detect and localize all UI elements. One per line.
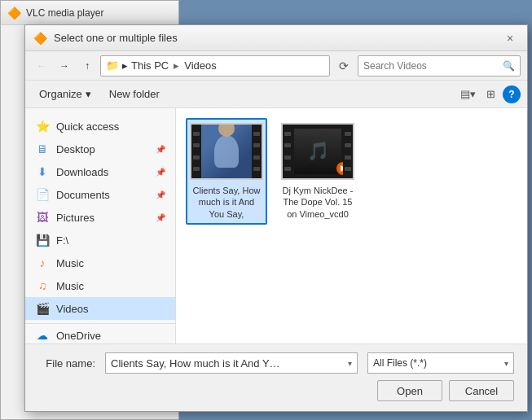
star-icon: ⭐ (35, 120, 50, 133)
sidebar-downloads-label: Downloads (56, 166, 149, 178)
address-bar[interactable]: 📁 ▸ This PC ▸ Videos (100, 55, 330, 77)
film-strip-right-2 (343, 125, 353, 178)
action-buttons: Open Cancel (38, 380, 514, 401)
address-part-this-pc[interactable]: This PC (131, 59, 169, 72)
filetype-dropdown-icon: ▾ (504, 359, 508, 368)
filename-label: File name: (38, 357, 95, 370)
pin-icon-pics: 📌 (156, 213, 165, 222)
sidebar-item-onedrive[interactable]: ☁ OneDrive (25, 324, 175, 343)
music2-icon: ♫ (35, 279, 50, 292)
drive-icon: 💾 (35, 234, 50, 247)
filename-input[interactable]: Clients Say, How much is it And Y… ▾ (105, 352, 358, 374)
file-item-2[interactable]: 🎵 Dj Kym NickDee - The Dope Vol. 15 on V… (277, 118, 358, 225)
organize-label: Organize (39, 88, 82, 100)
sidebar-item-music1[interactable]: ♪ Music (25, 252, 175, 274)
file-area: Clients Say, How much is it And You Say,… (176, 108, 527, 343)
sidebar-item-desktop[interactable]: 🖥 Desktop 📌 (25, 138, 175, 160)
music1-icon: ♪ (35, 256, 50, 269)
desktop-icon: 🖥 (35, 142, 50, 155)
pictures-icon: 🖼 (35, 211, 50, 224)
sidebar-item-music2[interactable]: ♫ Music (25, 274, 175, 297)
sidebar-item-downloads[interactable]: ⬇ Downloads 📌 (25, 160, 175, 183)
folder-icon: 📁 (106, 59, 119, 72)
address-separator: ▸ (174, 59, 179, 72)
dialog-titlebar: 🔶 Select one or multiple files × (25, 25, 527, 51)
film-strip-left-2 (283, 125, 292, 178)
dialog-icon: 🔶 (33, 32, 47, 45)
organize-arrow-icon: ▾ (86, 88, 91, 100)
sidebar-item-pictures[interactable]: 🖼 Pictures 📌 (25, 206, 175, 229)
downloads-icon: ⬇ (35, 165, 50, 178)
address-toolbar: ← → ↑ 📁 ▸ This PC ▸ Videos ⟳ 🔍 (25, 51, 527, 81)
view-buttons: ▤ ▾ ⊞ ? (457, 84, 521, 105)
view-mode-button[interactable]: ▤ ▾ (457, 84, 478, 105)
sidebar-item-drive-f[interactable]: 💾 F:\ (25, 229, 175, 252)
sidebar: ⭐ Quick access 🖥 Desktop 📌 ⬇ Downloads 📌… (25, 108, 176, 343)
videos-icon: 🎬 (35, 302, 50, 315)
file-thumbnail-1 (190, 123, 263, 180)
documents-icon: 📄 (35, 188, 50, 201)
pin-icon-downloads: 📌 (156, 168, 165, 177)
search-icon: 🔍 (503, 60, 515, 72)
search-container: 🔍 (358, 55, 521, 77)
dialog-close-button[interactable]: × (501, 29, 519, 47)
pin-icon: 📌 (156, 145, 165, 154)
pin-icon-docs: 📌 (156, 190, 165, 199)
file-label-1: Clients Say, How much is it And You Say, (191, 185, 262, 220)
file-item-1[interactable]: Clients Say, How much is it And You Say, (186, 118, 267, 225)
filetype-select[interactable]: All Files (*.*) ▾ (367, 352, 514, 374)
pane-button[interactable]: ⊞ (480, 84, 501, 105)
forward-button[interactable]: → (55, 56, 74, 76)
address-part-videos[interactable]: Videos (184, 59, 217, 72)
content-area: ⭐ Quick access 🖥 Desktop 📌 ⬇ Downloads 📌… (25, 108, 527, 344)
film-strip-right-1 (252, 125, 262, 178)
cancel-button[interactable]: Cancel (449, 380, 514, 401)
dialog-footer: File name: Clients Say, How much is it A… (25, 344, 527, 409)
organize-button[interactable]: Organize ▾ (32, 84, 99, 105)
help-button[interactable]: ? (503, 85, 521, 103)
view-arrow-icon: ▾ (470, 88, 476, 100)
sidebar-item-videos[interactable]: 🎬 Videos (25, 297, 175, 320)
view-icon: ▤ (460, 88, 470, 100)
up-button[interactable]: ↑ (77, 56, 97, 76)
filename-dropdown-icon: ▾ (348, 359, 352, 368)
vlc-app-icon: 🔶 (7, 7, 21, 20)
filetype-value: All Files (*.*) (373, 357, 427, 369)
file-label-2: Dj Kym NickDee - The Dope Vol. 15 on Vim… (282, 185, 354, 220)
vlc-titlebar: 🔶 VLC media player (1, 1, 178, 25)
sidebar-item-documents[interactable]: 📄 Documents 📌 (25, 183, 175, 206)
onedrive-icon: ☁ (35, 329, 50, 342)
back-button[interactable]: ← (32, 56, 51, 76)
filename-row: File name: Clients Say, How much is it A… (38, 352, 514, 374)
open-media-dialog: 🔶 Select one or multiple files × ← → ↑ 📁… (24, 24, 528, 412)
address-part-separator1: ▸ (122, 59, 128, 72)
search-input[interactable] (363, 60, 503, 72)
organize-toolbar: Organize ▾ New folder ▤ ▾ ⊞ ? (25, 81, 527, 108)
vlc-title: VLC media player (26, 7, 172, 19)
refresh-button[interactable]: ⟳ (333, 55, 354, 77)
film-strip-left-1 (191, 125, 201, 178)
new-folder-button[interactable]: New folder (102, 84, 167, 105)
open-button[interactable]: Open (377, 380, 442, 401)
sidebar-item-quick-access[interactable]: ⭐ Quick access (25, 115, 175, 138)
file-thumbnail-2: 🎵 (281, 123, 354, 180)
filename-value: Clients Say, How much is it And Y… (111, 357, 348, 370)
dialog-title: Select one or multiple files (54, 32, 495, 44)
